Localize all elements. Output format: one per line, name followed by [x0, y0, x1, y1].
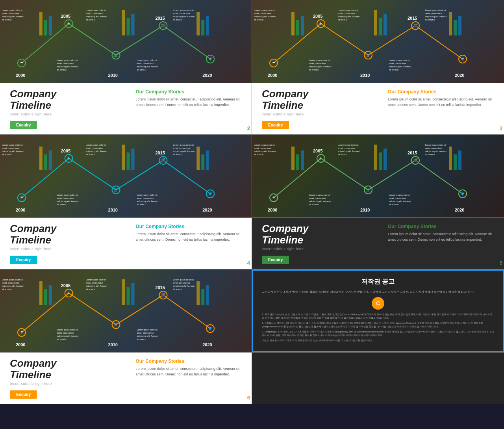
- stories-label-5: Our Company Stories: [388, 224, 496, 229]
- row-3: ☂ ✈ 🛒 🎬 🧳 2000 2005 2010 2015 2020 Lorem…: [0, 135, 504, 218]
- enquiry-btn-6[interactable]: Enquiry: [10, 390, 37, 399]
- row-6-info: Company Timeline Insert subtitle right h…: [0, 353, 504, 404]
- info-left-6: Company Timeline Insert subtitle right h…: [0, 353, 128, 404]
- svg-text:☂: ☂: [20, 196, 23, 200]
- svg-text:adipiscing elit. Aenean: adipiscing elit. Aenean: [254, 15, 276, 18]
- svg-rect-8: [206, 16, 209, 35]
- svg-text:sit amet u: sit amet u: [86, 19, 95, 21]
- svg-rect-52: [458, 16, 461, 35]
- svg-rect-7: [201, 20, 204, 35]
- slide-3-timeline: ☂ ✈ 🛒 🎬 🧳 2000 2005 2010 2015 2020 Lorem…: [0, 135, 252, 217]
- svg-text:amet, consectetur: amet, consectetur: [2, 147, 19, 149]
- svg-text:adipiscing elit. Aenean: adipiscing elit. Aenean: [2, 285, 24, 287]
- svg-text:Lorem ipsum dolor sit: Lorem ipsum dolor sit: [2, 279, 23, 281]
- subtitle-4: insert subtitle right here: [10, 247, 118, 251]
- page-num-6: 6: [247, 395, 250, 401]
- svg-text:sit amet u: sit amet u: [2, 153, 11, 156]
- svg-text:Lorem ipsum dolor sit: Lorem ipsum dolor sit: [173, 144, 194, 146]
- svg-text:🎬: 🎬: [161, 158, 166, 163]
- svg-text:adipiscing elit. Aenean: adipiscing elit. Aenean: [86, 15, 107, 18]
- svg-text:Lorem ipsum dolor sit: Lorem ipsum dolor sit: [57, 194, 78, 196]
- svg-rect-181: [131, 283, 134, 305]
- svg-text:adipiscing elit. Aenean: adipiscing elit. Aenean: [57, 200, 79, 202]
- svg-text:adipiscing elit. Aenean: adipiscing elit. Aenean: [254, 150, 276, 152]
- svg-text:Lorem ipsum dolor sit: Lorem ipsum dolor sit: [309, 59, 330, 61]
- svg-text:adipiscing elit. Aenean: adipiscing elit. Aenean: [309, 65, 331, 68]
- enquiry-btn-5[interactable]: Enquiry: [262, 256, 289, 264]
- svg-rect-96: [206, 150, 209, 170]
- svg-text:🧳: 🧳: [208, 191, 213, 196]
- svg-rect-47: [374, 10, 377, 35]
- svg-text:✈: ✈: [67, 22, 70, 26]
- svg-text:Lorem ipsum dolor sit: Lorem ipsum dolor sit: [137, 59, 158, 61]
- svg-text:sit amet u: sit amet u: [2, 288, 11, 290]
- stories-text-2: Lorem ipsum dolor sit amet, consectetur …: [136, 97, 244, 108]
- svg-text:Lorem ipsum dolor sit: Lorem ipsum dolor sit: [338, 9, 359, 11]
- svg-text:sit amet u: sit amet u: [254, 19, 263, 21]
- stories-label-6: Our Company Stories: [136, 358, 244, 364]
- svg-text:amet, consectetur: amet, consectetur: [137, 197, 154, 199]
- svg-text:2005: 2005: [313, 149, 322, 153]
- company-timeline-title-2: Company Timeline: [10, 88, 118, 111]
- svg-text:2005: 2005: [313, 14, 322, 19]
- svg-text:amet, consectetur: amet, consectetur: [338, 12, 355, 15]
- svg-text:Lorem ipsum dolor sit: Lorem ipsum dolor sit: [338, 144, 359, 146]
- svg-rect-88: [39, 147, 43, 170]
- svg-text:sit amet u: sit amet u: [173, 288, 182, 290]
- svg-rect-2: [49, 16, 52, 35]
- svg-text:🛒: 🛒: [114, 322, 119, 327]
- svg-text:Lorem ipsum dolor sit: Lorem ipsum dolor sit: [86, 144, 107, 146]
- svg-rect-137: [384, 149, 387, 170]
- company-timeline-title-6: Company Timeline: [10, 358, 118, 380]
- slide-5-timeline: ☂ ✈ 🛒 🎬 🧳 2000 2005 2010 2015 2020 Lorem…: [0, 269, 252, 352]
- svg-rect-6: [196, 12, 200, 35]
- svg-rect-138: [449, 147, 452, 170]
- svg-text:Lorem ipsum dolor sit: Lorem ipsum dolor sit: [137, 194, 158, 196]
- svg-text:Lorem ipsum dolor sit: Lorem ipsum dolor sit: [389, 194, 410, 196]
- svg-text:🛒: 🛒: [366, 53, 371, 58]
- company-timeline-title-5: Company Timeline: [262, 223, 370, 245]
- enquiry-btn-2[interactable]: Enquiry: [10, 121, 37, 129]
- svg-text:amet, consectetur: amet, consectetur: [86, 282, 103, 284]
- svg-text:Lorem ipsum dolor sit: Lorem ipsum dolor sit: [254, 144, 275, 146]
- svg-text:amet, consectetur: amet, consectetur: [137, 332, 154, 334]
- stories-text-6: Lorem ipsum dolor sit amet, consectetur …: [136, 366, 244, 377]
- svg-text:2000: 2000: [268, 73, 277, 78]
- svg-text:🛒: 🛒: [114, 188, 119, 192]
- svg-text:2010: 2010: [108, 342, 118, 347]
- svg-text:adipiscing elit. Aenean: adipiscing elit. Aenean: [137, 65, 158, 68]
- svg-text:Lorem ipsum dolor sit: Lorem ipsum dolor sit: [57, 59, 78, 61]
- copyright-c-icon: C: [372, 297, 384, 310]
- svg-text:2000: 2000: [16, 208, 25, 212]
- svg-text:sit amet u: sit amet u: [2, 19, 11, 21]
- svg-text:🎬: 🎬: [413, 158, 418, 163]
- enquiry-btn-4[interactable]: Enquiry: [10, 256, 37, 264]
- svg-rect-92: [126, 152, 130, 170]
- subtitle-6: Insert subtitle right here: [10, 382, 118, 386]
- svg-text:adipiscing elit. Aenean: adipiscing elit. Aenean: [86, 150, 107, 152]
- svg-text:✈: ✈: [319, 156, 322, 160]
- svg-rect-91: [122, 145, 125, 170]
- svg-rect-93: [131, 149, 134, 170]
- svg-text:Lorem ipsum dolor sit: Lorem ipsum dolor sit: [2, 144, 23, 146]
- info-right-6: Our Company Stories Lorem ipsum dolor si…: [128, 353, 252, 404]
- svg-text:amet, consectetur: amet, consectetur: [173, 147, 190, 149]
- stories-label-4: Our Company Stories: [136, 224, 244, 229]
- svg-text:2005: 2005: [61, 149, 70, 153]
- svg-text:2005: 2005: [61, 283, 70, 288]
- slide-4-info: Company Timeline insert subtitle right h…: [0, 218, 252, 269]
- svg-text:2015: 2015: [408, 150, 417, 155]
- enquiry-btn-3[interactable]: Enquiry: [262, 121, 289, 129]
- svg-text:2010: 2010: [108, 208, 118, 212]
- slide-1-timeline: ☂ ✈ 🛒 🎬 🧳 2000 2005 2010 2015 2020 Lorem…: [0, 0, 252, 83]
- svg-text:amet, consectetur: amet, consectetur: [57, 332, 74, 334]
- svg-text:adipiscing elit. Aenean: adipiscing elit. Aenean: [425, 15, 447, 18]
- svg-text:amet, consectetur: amet, consectetur: [309, 62, 326, 65]
- svg-text:amet, consectetur: amet, consectetur: [338, 147, 355, 149]
- svg-text:2020: 2020: [455, 208, 464, 212]
- slide-2-timeline: ☂ ✈ 🛒 🎬 🧳 2000 2005 2010 2015 2020 Lorem…: [252, 0, 504, 83]
- main-container: ☂ ✈ 🛒 🎬 🧳 2000 2005 2010 2015 2020 Lorem…: [0, 0, 504, 404]
- page-num-5: 5: [500, 260, 502, 266]
- row-5: ☂ ✈ 🛒 🎬 🧳 2000 2005 2010 2015 2020 Lorem…: [0, 269, 504, 353]
- page-num-2: 2: [247, 125, 250, 131]
